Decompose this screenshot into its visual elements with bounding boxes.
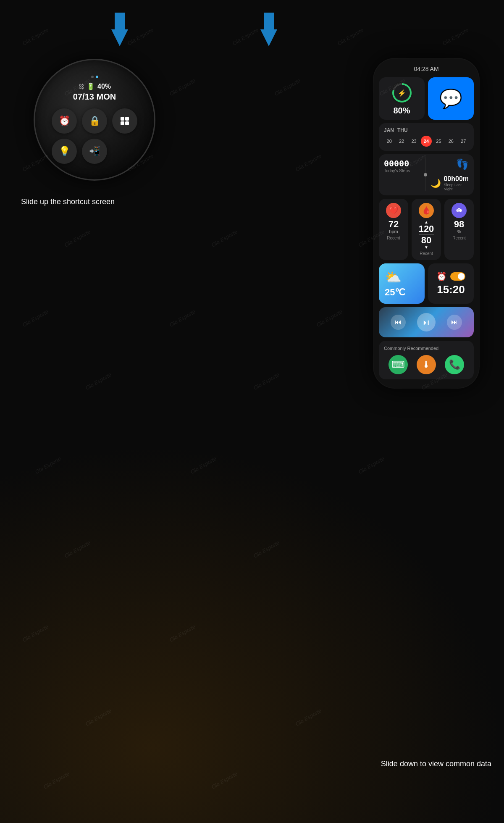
watch-shortcuts: ⏰ 🔒 💡 📲 xyxy=(52,108,137,164)
watch-dots xyxy=(91,76,98,78)
empty-slot xyxy=(112,139,137,164)
left-arrow-icon xyxy=(111,13,128,46)
bp-recent: Recent xyxy=(420,251,433,256)
weather-alarm-row: ⛅ 25℃ ⏰ 15:20 xyxy=(379,263,474,304)
battery-card[interactable]: ⚡ 80% xyxy=(379,77,425,120)
sleep-label: Sleep Last Night xyxy=(444,183,469,191)
message-card[interactable]: 💬 xyxy=(428,77,474,120)
pill-watch: 04:28 AM ⚡ 80% 💬 JAN THU 20 22 23 24 25 … xyxy=(374,59,479,388)
blood-pressure-icon-circle: 🩸 xyxy=(419,203,434,218)
recommended-label: Commonly Recommended xyxy=(384,346,469,351)
bp-sys-value: 120 xyxy=(419,224,434,234)
music-next-btn[interactable]: ⏭ xyxy=(447,315,462,330)
divider-dot xyxy=(424,173,427,176)
thermometer-app-icon[interactable]: 🌡 xyxy=(417,355,436,374)
spo2-unit: % xyxy=(457,229,461,234)
health-row: ❤️ 72 bpm Recent 🩸 ▲ 120 80 ▼ Recent xyxy=(379,199,474,260)
battery-lightning: ⚡ xyxy=(394,85,410,101)
calendar-days: 20 22 23 24 25 26 27 xyxy=(384,136,469,147)
weather-temp: 25℃ xyxy=(385,287,419,298)
keyboard-app-icon[interactable]: ⌨ xyxy=(388,355,408,374)
alarm-shortcut[interactable]: ⏰ xyxy=(52,108,77,134)
lock-shortcut[interactable]: 🔒 xyxy=(82,108,107,134)
svg-point-4 xyxy=(456,209,459,212)
battery-percent-big: 80% xyxy=(393,106,410,116)
sleep-value: 00h00m xyxy=(444,175,469,183)
steps-value: 00000 xyxy=(384,158,420,168)
weather-icon: ⛅ xyxy=(385,269,419,285)
dot-1 xyxy=(91,76,94,78)
calendar-month: JAN xyxy=(384,127,394,133)
svg-point-5 xyxy=(459,209,462,212)
spo2-card[interactable]: 98 % Recent xyxy=(444,199,474,260)
heart-rate-recent: Recent xyxy=(387,236,400,240)
phone-app-icon[interactable]: 📞 xyxy=(445,355,464,374)
steps-sleep-card: 00000 Today's Steps 👣 🌙 00h00m Sleep Las… xyxy=(379,154,474,195)
calendar-day-label: THU xyxy=(397,127,408,133)
bp-arrow-down: ▼ xyxy=(419,245,434,250)
svg-rect-0 xyxy=(121,117,124,121)
svg-rect-1 xyxy=(125,117,129,121)
spo2-value: 98 xyxy=(454,220,464,229)
sleep-section: 👣 🌙 00h00m Sleep Last Night xyxy=(430,158,469,191)
calendar-header: JAN THU xyxy=(384,127,469,133)
message-icon: 💬 xyxy=(439,88,462,110)
battery-percentage: 40% xyxy=(97,83,111,90)
heart-rate-card[interactable]: ❤️ 72 bpm Recent xyxy=(379,199,408,260)
round-watch: ⛓ 🔋 40% 07/13 MON ⏰ 🔒 💡 📲 xyxy=(34,59,155,181)
music-player-card[interactable]: ⏮ ⏯ ⏭ xyxy=(379,307,474,337)
recommended-card: Commonly Recommended ⌨ 🌡 📞 xyxy=(379,341,474,379)
watch-status-row: ⛓ 🔋 40% xyxy=(78,82,111,90)
watch-date: 07/13 MON xyxy=(73,92,116,102)
svg-rect-3 xyxy=(125,121,129,125)
transfer-shortcut[interactable]: 📲 xyxy=(82,139,107,164)
steps-section: 00000 Today's Steps xyxy=(384,158,420,191)
heart-icon-circle: ❤️ xyxy=(386,203,401,218)
cal-day-25: 25 xyxy=(433,136,444,147)
dot-2 xyxy=(96,76,98,78)
steps-label: Today's Steps xyxy=(384,168,420,173)
link-icon: ⛓ xyxy=(78,83,84,90)
toggle-knob xyxy=(458,273,465,280)
weather-card[interactable]: ⛅ 25℃ xyxy=(379,263,425,304)
alarm-time: 15:20 xyxy=(437,283,465,296)
cal-day-22: 22 xyxy=(396,136,407,147)
heart-rate-value: 72 xyxy=(388,220,399,229)
apps-shortcut[interactable] xyxy=(112,108,137,134)
caption-left: Slide up the shortcut screen xyxy=(21,197,115,206)
alarm-toggle[interactable] xyxy=(450,272,465,281)
footprint-icon: 👣 xyxy=(456,158,469,170)
cal-day-23: 23 xyxy=(409,136,419,147)
alarm-bell-icon: ⏰ xyxy=(436,271,447,281)
spo2-recent: Recent xyxy=(452,236,466,240)
svg-rect-2 xyxy=(121,121,124,125)
cal-day-26: 26 xyxy=(446,136,456,147)
battery-ring: ⚡ xyxy=(391,82,413,104)
sleep-row: 🌙 00h00m Sleep Last Night xyxy=(430,175,469,191)
recommended-icons: ⌨ 🌡 📞 xyxy=(384,355,469,374)
blood-pressure-card[interactable]: 🩸 ▲ 120 80 ▼ Recent xyxy=(412,199,441,260)
steps-sleep-divider xyxy=(425,158,425,191)
sleep-moon-icon: 🌙 xyxy=(430,178,441,188)
cal-day-20: 20 xyxy=(384,136,394,147)
alarm-card[interactable]: ⏰ 15:20 xyxy=(428,263,474,304)
music-play-pause-btn[interactable]: ⏯ xyxy=(417,313,436,331)
bulb-shortcut[interactable]: 💡 xyxy=(52,139,77,164)
music-prev-btn[interactable]: ⏮ xyxy=(391,315,406,330)
row-top: ⚡ 80% 💬 xyxy=(379,77,474,120)
battery-icon: 🔋 xyxy=(87,82,95,90)
spo2-icon-circle xyxy=(452,203,467,218)
heart-rate-unit: bpm xyxy=(389,229,398,234)
alarm-top-row: ⏰ xyxy=(436,271,465,281)
bp-dia-value: 80 xyxy=(419,236,434,245)
right-arrow-icon xyxy=(260,13,277,46)
cal-day-27: 27 xyxy=(458,136,469,147)
calendar-card[interactable]: JAN THU 20 22 23 24 25 26 27 xyxy=(379,123,474,151)
caption-right: Slide down to view common data xyxy=(381,760,491,768)
cal-day-24[interactable]: 24 xyxy=(421,136,431,147)
pill-time: 04:28 AM xyxy=(379,66,474,72)
